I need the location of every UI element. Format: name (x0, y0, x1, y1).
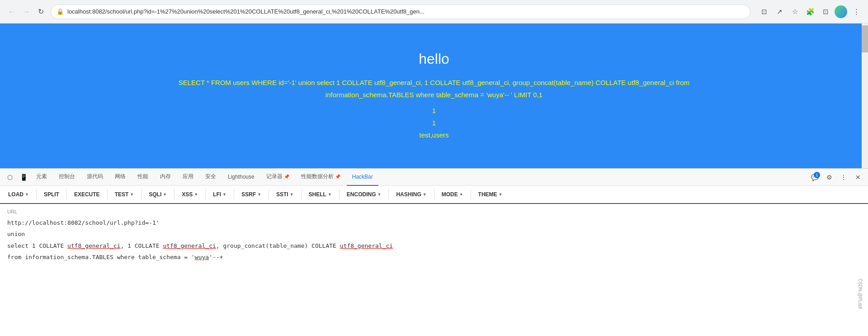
line3-mid: , 1 COLLATE (120, 242, 163, 249)
browser-chrome: ← → ↻ 🔒 localhost:8082/school/url.php?id… (0, 0, 868, 24)
hackbar-divider-1 (36, 189, 37, 200)
tab-memory[interactable]: 内存 (155, 169, 176, 186)
avatar[interactable] (835, 5, 847, 18)
tab-console[interactable]: 控制台 (53, 169, 80, 186)
devtools-more-button[interactable]: ⋮ (837, 171, 850, 184)
hackbar-divider-6 (205, 189, 206, 200)
devtools-nav-right: 💬 1 ⚙ ⋮ ✕ (808, 171, 864, 184)
line3-pre: select 1 COLLATE (7, 242, 67, 249)
hackbar-divider-7 (234, 189, 234, 200)
devtools-nav: ⬡ 📱 元素 控制台 源代码 网络 性能 内存 应用 安全 Lighthouse (0, 169, 868, 186)
hackbar-divider-12 (434, 189, 434, 200)
hackbar-content: URL http://localhost:8082/school/url.php… (0, 204, 868, 267)
address-bar[interactable]: 🔒 localhost:8082/school/url.php?id=-1%27… (51, 5, 750, 19)
devtools-panel: ⬡ 📱 元素 控制台 源代码 网络 性能 内存 应用 安全 Lighthouse (0, 168, 868, 267)
hackbar-url-value[interactable]: http://localhost:8082/school/url.php?id=… (7, 218, 861, 228)
page-val1: 1 (419, 104, 448, 117)
hackbar-mode-button[interactable]: MODE ▼ (437, 188, 468, 201)
page-hello: hello (419, 51, 449, 67)
tab-hackbar[interactable]: HackBar (347, 169, 378, 186)
nav-buttons: ← → ↻ (5, 5, 47, 18)
ssrf-dropdown-arrow: ▼ (257, 192, 261, 197)
hackbar-load-button[interactable]: LOAD ▼ (4, 188, 33, 201)
hackbar-divider-2 (66, 189, 67, 200)
hackbar-toolbar: LOAD ▼ SPLIT EXECUTE TEST ▼ SQLI ▼ XSS ▼… (0, 186, 868, 204)
tab-performance-insights[interactable]: 性能数据分析 📌 (296, 169, 346, 186)
tab-lighthouse[interactable]: Lighthouse (222, 169, 260, 186)
scroll-track[interactable] (862, 24, 868, 168)
hashing-dropdown-arrow: ▼ (423, 192, 427, 197)
devtools-settings-button[interactable]: ⚙ (823, 171, 835, 184)
hackbar-divider-8 (269, 189, 269, 200)
hackbar-hashing-button[interactable]: HASHING ▼ (392, 188, 431, 201)
line3-u3: utf8_general_ci (340, 242, 393, 249)
hackbar-divider-9 (301, 189, 302, 200)
page-val2: 1 (419, 117, 448, 129)
devtools-close-button[interactable]: ✕ (852, 171, 864, 184)
page-values: 1 1 test,users (419, 104, 448, 141)
line3-u1: utf8_general_ci (67, 242, 120, 249)
hackbar-divider-5 (174, 189, 175, 200)
profile-button[interactable]: ⊡ (819, 5, 832, 18)
hackbar-encoding-button[interactable]: ENCODING ▼ (342, 188, 386, 201)
hackbar-execute-button[interactable]: EXECUTE (70, 188, 104, 201)
browser-toolbar-right: ⊡ ↗ ☆ 🧩 ⊡ ⋮ (758, 5, 863, 18)
hackbar-ssti-button[interactable]: SSTI ▼ (272, 188, 298, 201)
theme-dropdown-arrow: ▼ (499, 192, 503, 197)
hackbar-divider-3 (107, 189, 108, 200)
bookmark-button[interactable]: ☆ (788, 5, 801, 18)
menu-button[interactable]: ⋮ (850, 5, 863, 18)
line3-post: , group_concat(table_name) COLLATE (216, 242, 340, 249)
shell-dropdown-arrow: ▼ (328, 192, 332, 197)
hackbar-xss-button[interactable]: XSS ▼ (177, 188, 203, 201)
extension-button[interactable]: 🧩 (804, 5, 816, 18)
tab-network[interactable]: 网络 (109, 169, 131, 186)
line4-u1: wuya (195, 254, 209, 260)
page-content: hello SELECT * FROM users WHERE id='-1' … (0, 24, 868, 168)
page-sql: SELECT * FROM users WHERE id='-1' union … (179, 76, 690, 101)
page-sql-line1: SELECT * FROM users WHERE id='-1' union … (179, 79, 690, 86)
hackbar-split-button[interactable]: SPLIT (39, 188, 64, 201)
lfi-dropdown-arrow: ▼ (222, 192, 226, 197)
hackbar-line4[interactable]: from information_schema.TABLES where tab… (7, 252, 861, 262)
hackbar-line2[interactable]: union (7, 229, 861, 239)
lock-icon: 🔒 (57, 8, 64, 15)
hackbar-divider-10 (339, 189, 340, 200)
sqli-dropdown-arrow: ▼ (163, 192, 167, 197)
hackbar-test-button[interactable]: TEST ▼ (110, 188, 139, 201)
hackbar-url-label: URL (7, 208, 861, 217)
tab-elements[interactable]: 元素 (31, 169, 52, 186)
devtools-badge: 1 (814, 172, 820, 178)
tab-security[interactable]: 安全 (200, 169, 222, 186)
tab-application[interactable]: 应用 (177, 169, 199, 186)
test-dropdown-arrow: ▼ (130, 192, 134, 197)
tab-performance[interactable]: 性能 (132, 169, 154, 186)
hackbar-sqli-button[interactable]: SQLI ▼ (144, 188, 171, 201)
load-dropdown-arrow: ▼ (25, 192, 29, 197)
devtools-chat-button[interactable]: 💬 1 (808, 171, 821, 184)
hackbar-shell-button[interactable]: SHELL ▼ (304, 188, 336, 201)
line4-pre: from information_schema.TABLES where tab… (7, 254, 195, 260)
ssti-dropdown-arrow: ▼ (290, 192, 294, 197)
cast-button[interactable]: ⊡ (758, 5, 770, 18)
scroll-thumb (862, 25, 868, 52)
line3-u2: utf8_general_ci (163, 242, 216, 249)
device-icon-button[interactable]: 📱 (17, 171, 30, 184)
selector-icon-button[interactable]: ⬡ (4, 171, 16, 184)
share-button[interactable]: ↗ (773, 5, 786, 18)
forward-button[interactable]: → (20, 5, 33, 18)
tab-sources[interactable]: 源代码 (81, 169, 108, 186)
tab-recorder[interactable]: 记录器 📌 (261, 169, 295, 186)
hackbar-divider-13 (471, 189, 471, 200)
refresh-button[interactable]: ↻ (34, 5, 47, 18)
hackbar-divider-11 (388, 189, 389, 200)
line4-post: '--+ (209, 254, 223, 260)
back-button[interactable]: ← (5, 5, 18, 18)
hackbar-line3[interactable]: select 1 COLLATE utf8_general_ci, 1 COLL… (7, 241, 861, 251)
page-val3: test,users (419, 129, 448, 141)
hackbar-ssrf-button[interactable]: SSRF ▼ (237, 188, 266, 201)
hackbar-divider-4 (141, 189, 142, 200)
address-text: localhost:8082/school/url.php?id=-1%27%2… (67, 8, 745, 15)
hackbar-theme-button[interactable]: THEME ▼ (474, 188, 507, 201)
hackbar-lfi-button[interactable]: LFI ▼ (208, 188, 231, 201)
